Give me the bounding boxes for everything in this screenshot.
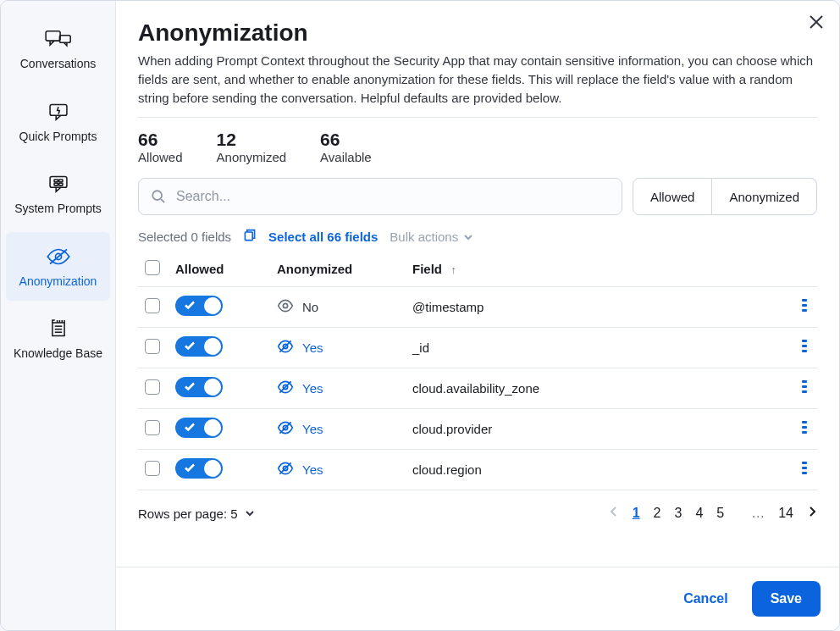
allowed-toggle[interactable] <box>175 336 223 357</box>
svg-point-18 <box>283 304 287 308</box>
dialog-footer: Cancel Save <box>116 567 839 630</box>
stat-available: 66 Available <box>320 130 372 164</box>
anonymized-value: Yes <box>302 381 323 396</box>
allowed-toggle[interactable] <box>175 377 223 397</box>
stat-anonymized: 12 Anonymized <box>217 130 287 164</box>
row-actions[interactable] <box>778 450 817 490</box>
selected-count: Selected 0 fields <box>138 230 231 244</box>
sidebar-item-knowledge-base[interactable]: Knowledge Base <box>6 304 110 374</box>
sidebar-item-conversations[interactable]: Conversations <box>6 14 110 84</box>
quick-prompts-icon <box>44 99 73 125</box>
svg-rect-3 <box>50 177 67 188</box>
eye-off-icon[interactable] <box>277 338 294 357</box>
row-checkbox[interactable] <box>145 420 160 435</box>
svg-rect-34 <box>802 421 807 423</box>
cancel-button[interactable]: Cancel <box>665 581 746 617</box>
eye-off-icon[interactable] <box>277 379 294 398</box>
reset-icon[interactable] <box>243 229 257 245</box>
col-header-field[interactable]: Field ↑ <box>406 252 778 287</box>
page-number[interactable]: 2 <box>654 506 661 520</box>
filter-allowed-button[interactable]: Allowed <box>633 178 713 215</box>
stat-available-value: 66 <box>320 130 372 150</box>
allowed-toggle[interactable] <box>175 458 223 479</box>
svg-rect-6 <box>54 183 58 185</box>
rows-per-page[interactable]: Rows per page: 5 <box>138 506 255 521</box>
pagination: 12345 … 14 <box>609 506 817 521</box>
page-ellipsis: … <box>751 506 765 521</box>
svg-rect-0 <box>46 31 60 41</box>
svg-rect-17 <box>245 232 252 241</box>
row-actions[interactable] <box>778 368 817 409</box>
allowed-toggle[interactable] <box>175 418 223 438</box>
field-name: cloud.region <box>406 450 778 490</box>
stat-allowed-label: Allowed <box>138 150 183 164</box>
anonymization-icon <box>44 244 73 269</box>
row-checkbox[interactable] <box>145 461 160 476</box>
page-number[interactable]: 3 <box>674 506 682 520</box>
stat-anonymized-label: Anonymized <box>217 150 287 164</box>
page-number[interactable]: 1 <box>633 506 640 520</box>
svg-rect-21 <box>802 309 807 312</box>
svg-rect-40 <box>802 467 807 469</box>
anonymized-value: Yes <box>302 462 323 477</box>
allowed-toggle[interactable] <box>175 296 223 316</box>
close-button[interactable] <box>807 13 826 31</box>
svg-rect-39 <box>802 462 807 464</box>
sidebar-item-anonymization[interactable]: Anonymization <box>6 232 110 302</box>
page-title: Anonymization <box>138 19 817 47</box>
col-header-anonymized[interactable]: Anonymized <box>270 252 406 287</box>
row-actions[interactable] <box>778 328 817 368</box>
stat-anonymized-value: 12 <box>217 130 287 150</box>
page-last[interactable]: 14 <box>778 506 793 521</box>
row-checkbox[interactable] <box>145 379 160 395</box>
select-all-checkbox[interactable] <box>145 260 160 275</box>
row-actions[interactable] <box>778 409 817 450</box>
table-row: Yes_id <box>138 328 817 368</box>
save-button[interactable]: Save <box>752 581 821 617</box>
page-description: When adding Prompt Context throughout th… <box>138 52 817 107</box>
filter-anonymized-button[interactable]: Anonymized <box>712 178 817 215</box>
chevron-down-icon <box>463 232 473 242</box>
eye-icon[interactable] <box>277 297 294 317</box>
col-header-allowed[interactable]: Allowed <box>169 252 270 287</box>
svg-rect-7 <box>58 183 62 185</box>
page-prev[interactable] <box>609 506 619 521</box>
sidebar-item-label: System Prompts <box>14 202 102 217</box>
page-number[interactable]: 4 <box>695 506 703 520</box>
sidebar-item-system-prompts[interactable]: System Prompts <box>6 159 110 229</box>
sidebar-item-label: Conversations <box>20 57 97 72</box>
bulk-actions-menu[interactable]: Bulk actions <box>390 230 473 244</box>
svg-rect-25 <box>802 345 807 347</box>
search-field[interactable] <box>138 178 622 215</box>
svg-rect-26 <box>802 350 807 352</box>
stats-row: 66 Allowed 12 Anonymized 66 Available <box>138 130 817 164</box>
chevron-down-icon <box>245 508 255 518</box>
search-input[interactable] <box>174 188 610 205</box>
divider <box>138 117 817 118</box>
sidebar-item-quick-prompts[interactable]: Quick Prompts <box>6 87 110 157</box>
svg-rect-4 <box>54 180 58 182</box>
svg-rect-36 <box>802 431 807 434</box>
close-icon <box>807 13 826 31</box>
page-number[interactable]: 5 <box>716 506 724 520</box>
svg-rect-24 <box>802 340 807 342</box>
select-all-link[interactable]: Select all 66 fields <box>268 230 378 244</box>
fields-table: Allowed Anonymized Field ↑ No@timestampY… <box>138 252 817 490</box>
eye-off-icon[interactable] <box>277 460 294 479</box>
field-name: _id <box>406 328 778 368</box>
eye-off-icon[interactable] <box>277 419 294 439</box>
row-actions[interactable] <box>778 287 817 328</box>
svg-rect-5 <box>58 180 62 182</box>
page-next[interactable] <box>807 506 817 521</box>
svg-rect-35 <box>802 426 807 429</box>
system-prompts-icon <box>44 171 73 196</box>
stat-available-label: Available <box>320 150 372 164</box>
table-row: Yescloud.provider <box>138 409 817 450</box>
row-checkbox[interactable] <box>145 339 160 354</box>
row-checkbox[interactable] <box>145 298 160 313</box>
svg-rect-20 <box>802 304 807 307</box>
conversations-icon <box>44 26 73 52</box>
search-icon <box>151 189 166 204</box>
table-row: Yescloud.region <box>138 450 817 490</box>
field-name: cloud.availability_zone <box>406 368 778 409</box>
